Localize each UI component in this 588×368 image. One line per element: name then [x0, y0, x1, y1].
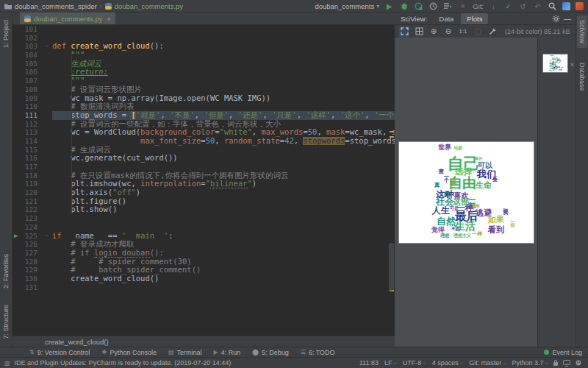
code-line-107[interactable]: 107 """	[12, 77, 395, 85]
plugin-icon-orange[interactable]	[576, 2, 584, 10]
code-line-122[interactable]: 122 plt.show()	[12, 205, 395, 214]
status-item-1[interactable]: LF÷	[384, 359, 397, 367]
code-line-113[interactable]: 113 wc = WordCloud(background_color="whi…	[12, 128, 395, 137]
selection-icon[interactable]: ▢	[473, 26, 483, 37]
git-commit-icon[interactable]: ✓	[503, 1, 513, 11]
toolwindow-toggle-icon[interactable]: ▥	[4, 360, 10, 367]
gear-icon[interactable]	[551, 13, 561, 24]
zoom-out-icon[interactable]: ⊖	[443, 26, 453, 37]
run-line-icon[interactable]: ▶	[14, 232, 18, 241]
code-line-128[interactable]: 128 # # spider_comment(30)	[12, 258, 395, 266]
code-line-129[interactable]: 129 # batch_spider_comment()	[12, 266, 395, 275]
undo-icon[interactable]: ↶	[533, 1, 542, 11]
tool-strip-button-database[interactable]: Database	[577, 58, 587, 96]
tab-data[interactable]: Data	[433, 13, 459, 24]
editor-area: douban_comments.py × 101102103−def creat…	[12, 13, 395, 347]
breadcrumb-project[interactable]: douban_comments_spider	[15, 2, 97, 10]
code-line-131[interactable]: 131	[12, 283, 395, 292]
code-line-114[interactable]: 114 max_font_size=50, random_state=42, s…	[12, 137, 395, 146]
code-line-106[interactable]: 106 :return:	[12, 68, 395, 77]
tool-window-debug[interactable]: ⬤5: Debug	[252, 349, 288, 356]
code-line-112[interactable]: 112 # 设置词云的一些配置，如：字体，背景色，词云形状，大小	[12, 120, 395, 129]
tool-window-python-console[interactable]: ❖Python Console	[101, 349, 157, 356]
tool-window-version-control[interactable]: ⇅9: Version Control	[29, 349, 90, 356]
scope-breadcrumb[interactable]: create_word_cloud()	[45, 338, 109, 346]
status-message[interactable]: IDE and Plugin Updates: PyCharm is ready…	[15, 359, 232, 367]
code-line-117[interactable]: 117	[12, 163, 395, 171]
code-line-119[interactable]: 119 plt.imshow(wc, interpolation="biline…	[12, 180, 395, 188]
debug-button[interactable]	[399, 1, 409, 11]
tool-window-todo[interactable]: ☰6: TODO	[301, 349, 335, 356]
code-line-116[interactable]: 116 wc.generate(cut_word())	[12, 154, 395, 163]
status-item-4[interactable]: Git: master÷	[469, 359, 506, 367]
screen-reader-icon[interactable]	[563, 360, 570, 367]
code-text: # 设置词云形状图片	[52, 85, 395, 94]
event-log-button[interactable]: Event Log	[544, 349, 582, 356]
lock-icon[interactable]	[553, 359, 559, 367]
status-item-5[interactable]: Python 3.7÷	[512, 359, 548, 367]
code-line-123[interactable]: 123	[12, 214, 395, 223]
profiler-button[interactable]	[414, 1, 423, 11]
color-picker-icon[interactable]	[487, 26, 498, 37]
actual-size-icon[interactable]: 1:1	[458, 26, 468, 37]
inspections-icon[interactable]	[575, 359, 582, 367]
fold-icon[interactable]: −	[42, 42, 52, 51]
editor-tab[interactable]: douban_comments.py ×	[20, 13, 115, 24]
code-line-103[interactable]: 103−def create_word_cloud():	[12, 42, 395, 51]
code-line-115[interactable]: 115 # 生成词云	[12, 146, 395, 155]
stop-button[interactable]: ■	[458, 1, 467, 11]
search-everywhere-icon[interactable]	[548, 1, 557, 11]
code-line-118[interactable]: 118 # 在只设置mask的情况下,你将会得到一个拥有图片形状的词云	[12, 171, 395, 180]
tool-window-run[interactable]: ▶4: Run	[214, 349, 241, 356]
code-line-127[interactable]: 127 # if login_douban():	[12, 249, 395, 258]
thumbnail-close-icon[interactable]: ×	[570, 61, 574, 68]
code-line-102[interactable]: 102	[12, 34, 395, 43]
code-line-121[interactable]: 121 plt.figure()	[12, 197, 395, 206]
git-revert-icon[interactable]: ↺	[518, 1, 528, 11]
plot-thumbnail[interactable]: 自己世界电影真的可以选择没有一个人类真正我们不会自由生命时间这种喜欢一部社会这部…	[542, 54, 568, 73]
plugin-icon-blue[interactable]	[562, 2, 570, 10]
fold-icon[interactable]: −	[42, 232, 52, 241]
run-button[interactable]: ▶	[384, 1, 394, 11]
debug-icon: ⬤	[252, 349, 259, 355]
close-icon[interactable]: ×	[107, 15, 110, 23]
run-config-select[interactable]: douban_comments ▾	[315, 2, 379, 10]
git-update-icon[interactable]: ↓	[489, 1, 498, 11]
tool-strip-button-sciview[interactable]: SciView	[577, 15, 587, 48]
code-line-110[interactable]: 110 # 数据清洗词列表	[12, 102, 395, 111]
tab-plots[interactable]: Plots	[461, 13, 488, 24]
status-item-3[interactable]: 4 spaces÷	[432, 359, 463, 367]
code-line-101[interactable]: 101	[12, 25, 395, 34]
editor-scrollbar[interactable]	[389, 243, 394, 291]
tool-strip-button-1-project[interactable]: 1: Project	[1, 15, 11, 52]
code-line-120[interactable]: 120 plt.axis("off")	[12, 188, 395, 197]
breadcrumb-separator: ›	[100, 3, 102, 10]
fit-to-window-icon[interactable]	[399, 26, 409, 37]
code-line-104[interactable]: 104 """	[12, 51, 395, 60]
status-item-2[interactable]: UTF-8÷	[403, 359, 426, 367]
code-line-130[interactable]: 130 create_word_cloud()	[12, 275, 395, 283]
code-line-125[interactable]: 125−if __name__ == '__main__':	[12, 232, 395, 241]
fold-gutter	[42, 60, 52, 68]
code-editor[interactable]: 101102103−def create_word_cloud():104 ""…	[12, 25, 395, 336]
hide-panel-icon[interactable]: —	[562, 13, 573, 24]
zoom-in-icon[interactable]: ⊕	[429, 26, 439, 37]
grid-view-icon[interactable]	[414, 26, 424, 37]
plot-viewer[interactable]: 自己世界电影真的可以选择没有一个人类真正我们不会自由生命时间这种喜欢一部社会这部…	[395, 38, 537, 347]
coverage-button[interactable]	[429, 1, 438, 11]
code-line-111[interactable]: 111 stop_words = ['就是', '不是', '但是', '还是'…	[12, 111, 395, 120]
tool-strip-button-2-favorites[interactable]: 2: Favorites	[1, 250, 11, 293]
tool-window-terminal[interactable]: ▤Terminal	[168, 349, 202, 356]
code-line-126[interactable]: 126 # 登录成功才爬取	[12, 240, 395, 249]
status-item-0[interactable]: 111:83	[359, 359, 379, 367]
run-with-profile-button[interactable]	[443, 1, 453, 11]
code-line-124[interactable]: 124	[12, 223, 395, 232]
code-line-105[interactable]: 105 生成词云	[12, 60, 395, 68]
code-line-109[interactable]: 109 wc_mask = np.array(Image.open(WC_MAS…	[12, 94, 395, 103]
status-bar: ▥ IDE and Plugin Updates: PyCharm is rea…	[0, 357, 588, 368]
code-text	[52, 283, 395, 292]
tool-strip-button-7-structure[interactable]: 7: Structure	[1, 300, 11, 344]
breadcrumb-file[interactable]: douban_comments.py	[115, 2, 183, 10]
folder-icon	[4, 3, 12, 10]
code-line-108[interactable]: 108 # 设置词云形状图片	[12, 85, 395, 94]
